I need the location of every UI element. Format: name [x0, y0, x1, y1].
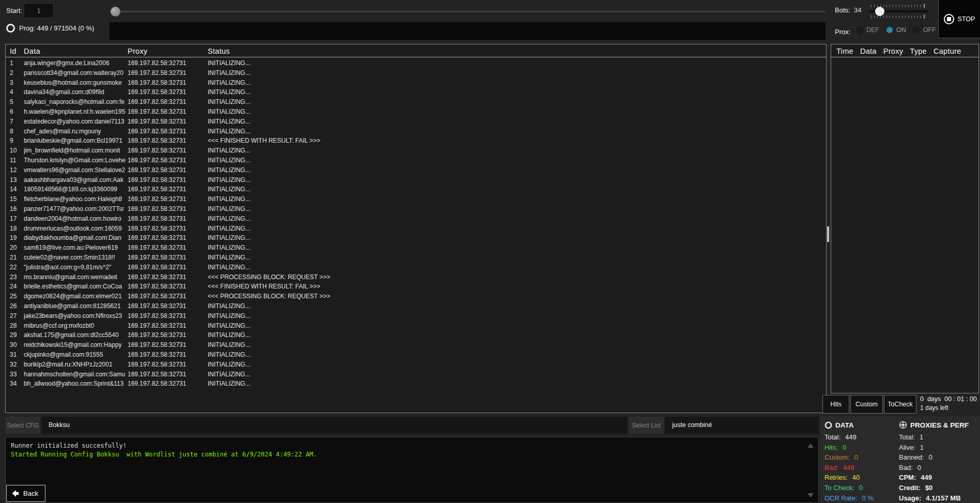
select-list-button[interactable]: Select List: [629, 417, 664, 434]
cell-data: cuteie02@naver.com:Smin1318!!: [24, 253, 128, 263]
table-row[interactable]: 17 dandeen2004@hotmail.com:howiro 169.19…: [6, 214, 826, 224]
table-row[interactable]: 22 "julistra@aol.com:g=9,81m/s^2" 169.19…: [6, 263, 826, 272]
stat-row: Bad:449: [825, 463, 898, 473]
table-row[interactable]: 4 davina34@gmail.com:d09f9d 169.197.82.5…: [6, 87, 826, 97]
config-name-field[interactable]: Bokksu: [41, 417, 628, 434]
table-row[interactable]: 30 reidchikowski15@gmail.com:Happy 169.1…: [6, 340, 826, 350]
stat-row: Credit:$0: [899, 483, 979, 493]
stat-row: CPM:449: [899, 472, 979, 483]
table-row[interactable]: 19 diabydiakhoumba@gmail.com:Dian 169.19…: [6, 233, 826, 243]
table-scrollbar-thumb[interactable]: [827, 226, 829, 242]
table-row[interactable]: 10 jim_brownfield@hotmail.com:monit 169.…: [6, 146, 826, 156]
table-row[interactable]: 27 jake23bears@yahoo.com:Nflroxs23 169.1…: [6, 311, 826, 321]
cell-id: 12: [6, 165, 24, 175]
cell-id: 31: [6, 350, 24, 360]
table-row[interactable]: 25 dgomez0824@gmail.com:elmer021 169.197…: [6, 292, 826, 301]
table-row[interactable]: 1 anja.winger@gmx.de:Lina2006 169.197.82…: [6, 58, 826, 68]
cell-id: 27: [6, 311, 24, 321]
table-row[interactable]: 8 chef_ades@mail.ru:mgouny 169.197.82.58…: [6, 127, 826, 136]
wordlist-name-field[interactable]: juste combiné: [665, 417, 819, 434]
stop-button[interactable]: STOP: [938, 0, 980, 38]
bots-label: Bots:: [835, 6, 850, 14]
cell-id: 9: [6, 136, 24, 146]
cell-status: INITIALIZING...: [208, 165, 826, 175]
tab-hits[interactable]: Hits: [822, 395, 849, 414]
cell-status: INITIALIZING...: [208, 360, 826, 370]
cell-data: akshat.175@gmail.com:dl2cc5540: [24, 330, 128, 340]
proxy-mode-radio-def[interactable]: DEF: [856, 26, 879, 34]
proxy-mode-radio-on[interactable]: ON: [886, 26, 906, 34]
stat-row: Bad:0: [899, 463, 979, 473]
table-row[interactable]: 34 bh_allwood@yahoo.com:Sprint&113 169.1…: [6, 379, 826, 389]
table-row[interactable]: 15 fletcherblane@yahoo.com:Haleigh8 169.…: [6, 194, 826, 204]
table-row[interactable]: 24 brielle.esthetics@gmail.com:CoCoa 169…: [6, 282, 826, 292]
column-header-status[interactable]: Status: [208, 47, 826, 55]
column-header-time[interactable]: Time: [836, 47, 853, 55]
bots-slider-handle[interactable]: [875, 7, 884, 16]
cell-proxy: 169.197.82.58:32731: [128, 301, 208, 311]
table-row[interactable]: 29 akshat.175@gmail.com:dl2cc5540 169.19…: [6, 330, 826, 340]
start-input[interactable]: [24, 3, 54, 18]
cell-status: INITIALIZING...: [208, 340, 826, 350]
table-row[interactable]: 20 sam619@live.com.au:Pielover619 169.19…: [6, 243, 826, 253]
cell-id: 26: [6, 301, 24, 311]
column-header-proxy[interactable]: Proxy: [883, 47, 904, 55]
cell-status: INITIALIZING...: [208, 321, 826, 331]
cell-proxy: 169.197.82.58:32731: [128, 146, 208, 156]
table-row[interactable]: 23 ms.branniu@gmail.com:wemadeit 169.197…: [6, 272, 826, 282]
column-header-id[interactable]: Id: [6, 47, 24, 55]
log-scroll-down-icon[interactable]: [807, 493, 814, 497]
progress-slider[interactable]: [110, 6, 826, 18]
cell-status: INITIALIZING...: [208, 97, 826, 107]
proxies-stats-rows: Total:1 Alive:1 Banned:0 Bad:0 CPM:449 C…: [899, 432, 979, 503]
table-row[interactable]: 18 drummerlucas@outlook.com:16059 169.19…: [6, 224, 826, 234]
cell-status: <<< PROCESSING BLOCK: REQUEST >>>: [208, 272, 826, 282]
back-button[interactable]: Back: [6, 485, 45, 502]
stat-row: Alive:1: [899, 443, 979, 453]
table-row[interactable]: 33 hannahmscholten@gmail.com:Samu 169.19…: [6, 370, 826, 379]
table-row[interactable]: 9 brianlubeskie@gmail.com:Bcl19971 169.1…: [6, 136, 826, 146]
cell-status: INITIALIZING...: [208, 370, 826, 379]
cell-status: INITIALIZING...: [208, 253, 826, 263]
cell-data: "julistra@aol.com:g=9,81m/s^2": [24, 263, 128, 272]
table-row[interactable]: 16 panzer71477@yahoo.com:2002TTsr 169.19…: [6, 204, 826, 214]
table-row[interactable]: 6 h.waelen@kpnplanet.nl:h.waelen195 169.…: [6, 107, 826, 117]
table-row[interactable]: 2 parisscott34@gmail.com:walteray20 169.…: [6, 68, 826, 78]
bots-slider[interactable]: [869, 1, 928, 22]
progress-slider-track[interactable]: [110, 11, 826, 12]
cell-status: <<< PROCESSING BLOCK: REQUEST >>>: [208, 292, 826, 301]
tab-tocheck[interactable]: ToCheck: [884, 395, 916, 414]
cell-data: reidchikowski15@gmail.com:Happy: [24, 340, 128, 350]
table-row[interactable]: 5 salykaci_naporocks@hotmail.com:fe 169.…: [6, 97, 826, 107]
tab-custom[interactable]: Custom: [850, 395, 883, 414]
column-header-proxy[interactable]: Proxy: [128, 47, 208, 55]
cell-data: vmwalters96@gmail.com:Stellalove2: [24, 165, 128, 175]
cell-id: 21: [6, 253, 24, 263]
start-label: Start:: [6, 7, 22, 14]
table-row[interactable]: 26 antiyaniblue@gmail.com:81285621 169.1…: [6, 301, 826, 311]
log-scroll-up-icon[interactable]: [807, 444, 814, 448]
progress-bar: [110, 22, 826, 40]
table-row[interactable]: 12 vmwalters96@gmail.com:Stellalove2 169…: [6, 165, 826, 175]
table-row[interactable]: 32 buriklp2@mail.ru:XNHPzJz2001 169.197.…: [6, 360, 826, 370]
table-row[interactable]: 31 ckjupinko@gmail.com:91555 169.197.82.…: [6, 350, 826, 360]
column-header-capture[interactable]: Capture: [934, 47, 961, 55]
column-header-type[interactable]: Type: [910, 47, 927, 55]
stat-row: Retries:40: [825, 472, 898, 483]
table-row[interactable]: 21 cuteie02@naver.com:Smin1318!! 169.197…: [6, 253, 826, 263]
table-row[interactable]: 7 estatedecor@yahoo.com:daniel7113 169.1…: [6, 117, 826, 127]
column-header-data[interactable]: Data: [24, 47, 128, 55]
table-row[interactable]: 14 18059148568@189.cn:lq3360099 169.197.…: [6, 185, 826, 194]
table-row[interactable]: 28 mibrus@ccf.org:mxfozbt0 169.197.82.58…: [6, 321, 826, 331]
cell-proxy: 169.197.82.58:32731: [128, 233, 208, 243]
select-cfg-button[interactable]: Select CFG: [5, 417, 40, 434]
table-row[interactable]: 13 aakashbhargava03@gmail.com:Aak 169.19…: [6, 175, 826, 185]
table-row[interactable]: 3 keusebius@hotmail.com:gunsmoke 169.197…: [6, 78, 826, 88]
column-header-data[interactable]: Data: [860, 47, 877, 55]
cell-status: INITIALIZING...: [208, 146, 826, 156]
proxy-mode-radio-off[interactable]: OFF: [913, 26, 936, 34]
cell-status: <<< FINISHED WITH RESULT: FAIL >>>: [208, 136, 826, 146]
cell-proxy: 169.197.82.58:32731: [128, 68, 208, 78]
progress-slider-handle[interactable]: [111, 7, 120, 17]
table-row[interactable]: 11 Thurston.krislyn@Gmail.com:Lovehe 169…: [6, 156, 826, 165]
